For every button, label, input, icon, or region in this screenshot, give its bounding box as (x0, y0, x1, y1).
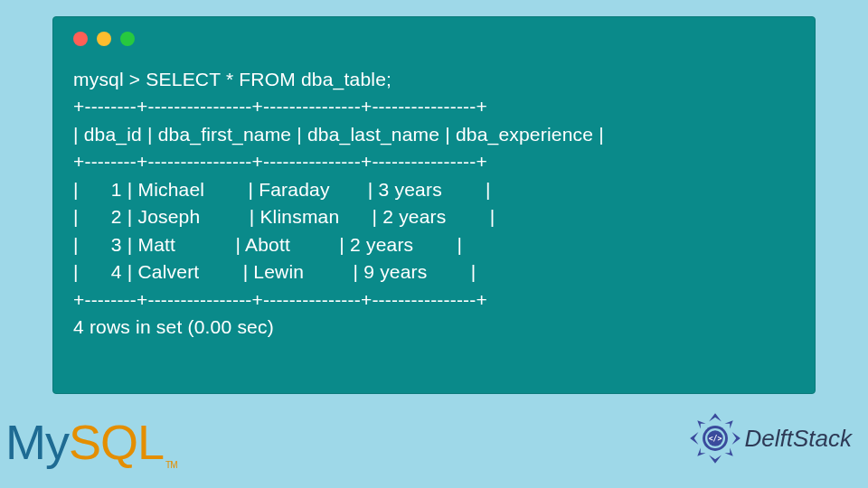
sql-command: mysql > SELECT * FROM dba_table; (73, 69, 392, 89)
terminal-window: mysql > SELECT * FROM dba_table; +------… (52, 16, 816, 394)
result-footer: 4 rows in set (0.00 sec) (73, 316, 274, 337)
mysql-logo-sql: SQL (69, 415, 164, 469)
svg-text:</>: </> (708, 434, 722, 443)
svg-marker-1 (709, 455, 722, 464)
table-divider: +--------+----------------+-------------… (73, 151, 487, 172)
table-row: | 1 | Michael | Faraday | 3 years | (73, 179, 491, 200)
table-divider: +--------+----------------+-------------… (73, 289, 487, 310)
table-row: | 4 | Calvert | Lewin | 9 years | (73, 261, 476, 282)
svg-marker-2 (690, 432, 698, 445)
svg-marker-6 (697, 447, 705, 455)
svg-marker-4 (697, 420, 705, 428)
table-row: | 2 | Joseph | Klinsman | 2 years | (73, 206, 495, 227)
mysql-logo-my: My (5, 415, 69, 469)
svg-marker-7 (724, 447, 732, 455)
svg-marker-3 (731, 432, 740, 445)
table-row: | 3 | Matt | Abott | 2 years | (73, 234, 462, 255)
zoom-icon[interactable] (120, 32, 135, 46)
delftstack-label: DelftStack (745, 425, 853, 453)
delftstack-logo: </> DelftStack (689, 412, 853, 465)
table-header: | dba_id | dba_first_name | dba_last_nam… (73, 124, 604, 145)
terminal-output: mysql > SELECT * FROM dba_table; +------… (73, 66, 797, 341)
minimize-icon[interactable] (97, 32, 111, 46)
delftstack-icon: </> (689, 412, 741, 465)
svg-marker-5 (724, 420, 732, 428)
table-divider: +--------+----------------+-------------… (73, 96, 487, 117)
mysql-logo: MySQLTM (5, 414, 177, 470)
window-controls (73, 32, 797, 46)
close-icon[interactable] (73, 32, 88, 46)
svg-marker-0 (709, 413, 722, 421)
trademark-label: TM (165, 460, 176, 470)
